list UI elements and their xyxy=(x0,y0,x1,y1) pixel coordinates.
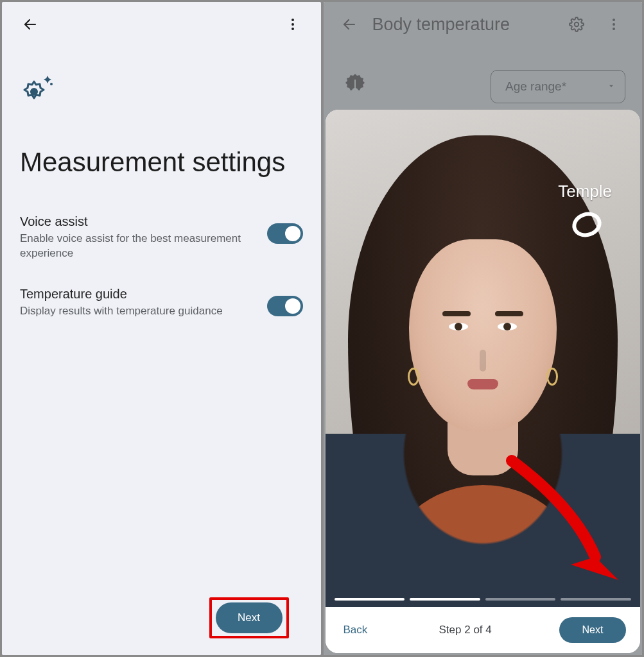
screen-measurement-settings: Measurement settings Voice assist Enable… xyxy=(2,2,321,655)
next-button[interactable]: Next xyxy=(216,602,283,633)
settings-sparkle-icon xyxy=(20,74,303,110)
page-title: Measurement settings xyxy=(20,146,303,178)
svg-point-1 xyxy=(292,19,294,21)
appbar xyxy=(2,2,321,47)
progress-seg xyxy=(335,598,405,601)
annotation-highlight: Next xyxy=(209,597,289,638)
next-button[interactable]: Next xyxy=(559,617,626,643)
toggle-switch[interactable] xyxy=(267,296,303,316)
progress-indicator xyxy=(335,598,632,601)
setting-voice-assist[interactable]: Voice assist Enable voice assist for the… xyxy=(20,214,303,261)
more-vert-icon[interactable] xyxy=(279,10,307,38)
setting-title: Temperature guide xyxy=(20,287,256,302)
setting-desc: Display results with temperature guidanc… xyxy=(20,304,256,319)
back-button[interactable]: Back xyxy=(340,617,372,643)
svg-point-2 xyxy=(292,23,294,26)
bottom-bar: Next xyxy=(20,597,303,655)
svg-point-4 xyxy=(50,83,53,85)
setting-title: Voice assist xyxy=(20,214,256,229)
setting-desc: Enable voice assist for the best measure… xyxy=(20,232,256,261)
toggle-switch[interactable] xyxy=(267,223,303,244)
progress-seg xyxy=(561,598,631,601)
setting-temperature-guide[interactable]: Temperature guide Display results with t… xyxy=(20,287,303,319)
screen-body-temperature: Body temperature Age range* xyxy=(324,2,643,655)
progress-seg xyxy=(485,598,556,601)
sheet-footer: Back Step 2 of 4 Next xyxy=(326,607,641,653)
progress-seg xyxy=(410,598,480,601)
step-counter: Step 2 of 4 xyxy=(439,624,492,636)
back-icon[interactable] xyxy=(16,10,44,38)
tutorial-sheet: Temple Back Step 2 of 4 Next xyxy=(326,110,641,653)
content: Measurement settings Voice assist Enable… xyxy=(2,47,321,655)
svg-point-3 xyxy=(292,28,294,30)
tutorial-image: Temple xyxy=(326,110,641,607)
temple-label: Temple xyxy=(558,182,612,201)
